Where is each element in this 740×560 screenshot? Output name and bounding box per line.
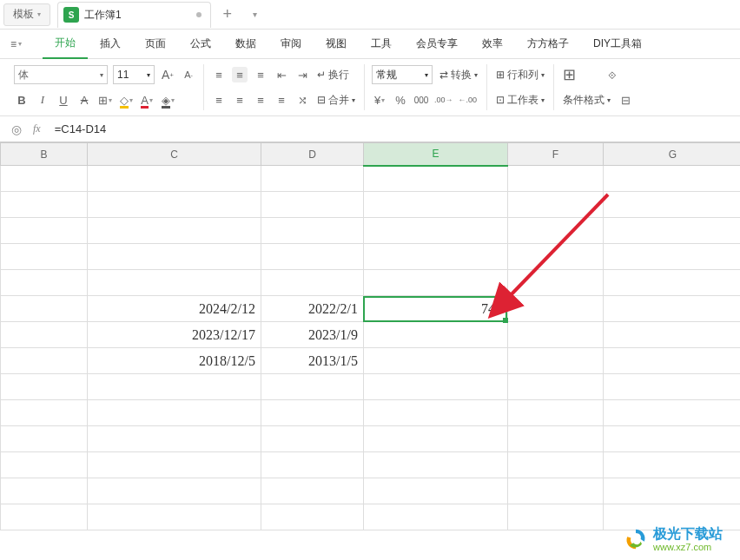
- cell-style-button[interactable]: ⊞: [561, 67, 577, 82]
- formula-input[interactable]: =C14-D14: [50, 122, 740, 135]
- cell[interactable]: [261, 270, 364, 296]
- col-header-G[interactable]: G: [604, 143, 741, 166]
- cell[interactable]: 741: [364, 296, 508, 322]
- cell[interactable]: [508, 218, 604, 244]
- cell[interactable]: [364, 244, 508, 270]
- currency-button[interactable]: ¥▾: [372, 92, 387, 108]
- decrease-decimal-button[interactable]: ←.00: [459, 92, 478, 108]
- cell[interactable]: [508, 270, 604, 296]
- cell[interactable]: [261, 244, 364, 270]
- menu-item-9[interactable]: 效率: [470, 30, 515, 59]
- cell[interactable]: [604, 244, 741, 270]
- comma-button[interactable]: 000: [413, 92, 429, 108]
- align-right-button[interactable]: ≡: [253, 92, 268, 108]
- col-header-C[interactable]: C: [88, 143, 261, 166]
- percent-button[interactable]: %: [393, 92, 408, 108]
- cell[interactable]: [508, 374, 604, 400]
- cell[interactable]: [604, 166, 741, 192]
- merge-button[interactable]: ⊟ 合并 ▾: [315, 90, 357, 109]
- font-family-select[interactable]: 体 ▾: [14, 65, 108, 84]
- cell[interactable]: [1, 452, 88, 478]
- cell[interactable]: [1, 478, 88, 504]
- cell[interactable]: [508, 478, 604, 504]
- cell[interactable]: [604, 296, 741, 322]
- cell[interactable]: [508, 504, 604, 530]
- convert-button[interactable]: ⇄ 转换 ▾: [438, 65, 479, 84]
- increase-indent-button[interactable]: ⇥: [294, 67, 310, 82]
- cell[interactable]: [604, 322, 741, 348]
- fx-label[interactable]: fx: [33, 122, 41, 135]
- cell[interactable]: [1, 374, 88, 400]
- cell[interactable]: 2023/12/17: [88, 322, 261, 348]
- cell[interactable]: [261, 426, 364, 452]
- menu-item-2[interactable]: 页面: [133, 30, 178, 59]
- menu-item-6[interactable]: 视图: [314, 30, 359, 59]
- increase-decimal-button[interactable]: .00→: [434, 92, 453, 108]
- cell[interactable]: [364, 374, 508, 400]
- cell[interactable]: [508, 348, 604, 374]
- cell[interactable]: [508, 296, 604, 322]
- cell[interactable]: [604, 218, 741, 244]
- format-painter-button[interactable]: ⟐: [605, 67, 620, 82]
- cell[interactable]: [508, 400, 604, 426]
- cell[interactable]: [88, 374, 261, 400]
- cell[interactable]: [1, 400, 88, 426]
- increase-font-button[interactable]: A+: [160, 67, 175, 82]
- cell[interactable]: [508, 192, 604, 218]
- col-header-B[interactable]: B: [1, 143, 88, 166]
- cell[interactable]: [364, 426, 508, 452]
- table-style-button[interactable]: ⊟: [618, 92, 633, 108]
- cell[interactable]: [88, 452, 261, 478]
- cell[interactable]: [364, 478, 508, 504]
- cell[interactable]: [88, 244, 261, 270]
- cell[interactable]: 2018/12/5: [88, 348, 261, 374]
- cell[interactable]: [1, 426, 88, 452]
- cell[interactable]: [261, 504, 364, 530]
- decrease-font-button[interactable]: A-: [181, 67, 196, 82]
- cell[interactable]: [364, 400, 508, 426]
- cell[interactable]: [1, 322, 88, 348]
- underline-button[interactable]: U: [56, 92, 71, 108]
- cell[interactable]: 2023/1/9: [261, 322, 364, 348]
- cell[interactable]: 2024/2/12: [88, 296, 261, 322]
- align-middle-button[interactable]: ≡: [232, 67, 248, 82]
- name-box-icon[interactable]: ◎: [9, 122, 24, 137]
- cell[interactable]: [364, 348, 508, 374]
- cell[interactable]: [1, 166, 88, 192]
- new-tab-button[interactable]: +: [216, 3, 239, 26]
- cell[interactable]: [88, 218, 261, 244]
- menu-item-10[interactable]: 方方格子: [515, 30, 581, 59]
- menu-item-0[interactable]: 开始: [43, 30, 88, 59]
- cell[interactable]: [261, 452, 364, 478]
- align-left-button[interactable]: ≡: [211, 92, 227, 108]
- cell[interactable]: [88, 166, 261, 192]
- cell[interactable]: [364, 192, 508, 218]
- menu-item-11[interactable]: DIY工具箱: [581, 30, 654, 59]
- cell[interactable]: [1, 504, 88, 530]
- cell[interactable]: [1, 218, 88, 244]
- cell[interactable]: [364, 218, 508, 244]
- cell[interactable]: [604, 348, 741, 374]
- cell[interactable]: [1, 192, 88, 218]
- align-top-button[interactable]: ≡: [211, 67, 227, 82]
- col-header-F[interactable]: F: [508, 143, 604, 166]
- cell[interactable]: [604, 400, 741, 426]
- menu-item-5[interactable]: 审阅: [268, 30, 314, 59]
- cell[interactable]: 2013/1/5: [261, 348, 364, 374]
- cell[interactable]: [604, 374, 741, 400]
- cell[interactable]: [364, 322, 508, 348]
- phonetic-button[interactable]: ◈▾: [160, 92, 175, 108]
- menu-item-3[interactable]: 公式: [178, 30, 223, 59]
- strikethrough-button[interactable]: A: [76, 92, 92, 108]
- cell[interactable]: [88, 478, 261, 504]
- cell[interactable]: [604, 192, 741, 218]
- fill-color-button[interactable]: ◇▾: [118, 92, 134, 108]
- cond-fmt-button[interactable]: 条件格式 ▾: [561, 90, 612, 109]
- border-button[interactable]: ⊞▾: [97, 92, 113, 108]
- menu-item-4[interactable]: 数据: [223, 30, 268, 59]
- cell[interactable]: [604, 426, 741, 452]
- cell[interactable]: [364, 270, 508, 296]
- menu-item-8[interactable]: 会员专享: [404, 30, 470, 59]
- cell[interactable]: [508, 322, 604, 348]
- cell[interactable]: [508, 166, 604, 192]
